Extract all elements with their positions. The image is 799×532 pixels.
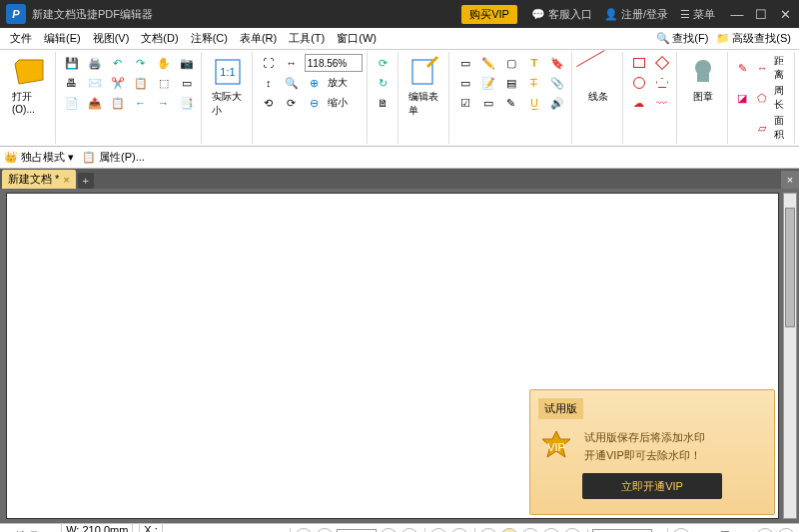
next-page-button[interactable]: ▷ — [380, 528, 398, 533]
stamp-button[interactable]: 图章 — [683, 54, 723, 106]
menu-document[interactable]: 文档(D) — [135, 29, 184, 48]
refresh-icon[interactable]: ⟳ — [374, 54, 394, 72]
facing-icon[interactable]: ▯▯ — [521, 528, 539, 533]
last-page-button[interactable]: ⇥ — [400, 528, 418, 533]
textfield-icon[interactable]: ▭ — [455, 54, 475, 72]
login-button[interactable]: 👤注册/登录 — [604, 7, 668, 22]
polygon-icon[interactable] — [652, 74, 672, 92]
open-button[interactable]: 打开(O)... — [8, 54, 51, 117]
checkbox-icon[interactable]: ☑ — [455, 94, 475, 112]
perim-icon[interactable]: ⬠ — [754, 89, 771, 107]
rect-icon[interactable] — [629, 54, 649, 72]
zoom-out-icon[interactable]: ⊖ — [305, 94, 325, 112]
exclusive-mode-button[interactable]: 👑独占模式▾ — [4, 150, 74, 165]
underline-icon[interactable]: U̲ — [524, 94, 544, 112]
cloud-icon[interactable]: ☁ — [629, 94, 649, 112]
ocr-icon[interactable]: 🗎 — [374, 94, 394, 112]
button-field-icon[interactable]: ▭ — [455, 74, 475, 92]
nav-fwd-button[interactable]: → — [450, 528, 468, 533]
fit-height-icon[interactable]: ↕ — [259, 74, 279, 92]
save-icon[interactable]: 💾 — [62, 54, 82, 72]
prev-page-button[interactable]: ◁ — [316, 528, 334, 533]
copy-icon[interactable]: 📋 — [131, 74, 151, 92]
attach-icon[interactable]: 📎 — [547, 74, 567, 92]
marquee-zoom-icon[interactable]: 🔍 — [282, 74, 302, 92]
fit-width-icon[interactable]: ↔ — [282, 54, 302, 72]
zoom-in-icon[interactable]: ⊕ — [305, 74, 325, 92]
main-menu-button[interactable]: ☰菜单 — [680, 7, 715, 22]
edit-form-button[interactable]: 编辑表单 — [404, 54, 444, 120]
maximize-button[interactable]: ☐ — [753, 7, 769, 22]
scan-icon[interactable]: 🖨️ — [85, 54, 105, 72]
rotate-left-icon[interactable]: ⟲ — [259, 94, 279, 112]
menu-edit[interactable]: 编辑(E) — [38, 29, 87, 48]
advanced-find-button[interactable]: 📁高级查找(S) — [712, 29, 795, 48]
minimize-button[interactable]: — — [729, 7, 745, 22]
upgrade-vip-button[interactable]: 立即开通VIP — [582, 473, 722, 499]
support-button[interactable]: 💬客服入口 — [531, 7, 592, 22]
pointer-icon[interactable]: ▭ — [177, 74, 197, 92]
text-edit-icon[interactable]: ✎ — [501, 94, 521, 112]
dist-icon[interactable]: ↔ — [754, 59, 771, 77]
single-page-icon[interactable]: ▯ — [479, 528, 497, 533]
vertical-scrollbar[interactable] — [783, 193, 797, 519]
sound-icon[interactable]: 🔊 — [547, 94, 567, 112]
freeform-icon[interactable]: 〰 — [652, 94, 672, 112]
text-box-icon[interactable]: ▢ — [501, 54, 521, 72]
pencil-icon[interactable]: ✎ — [734, 59, 751, 77]
area-icon[interactable]: ▱ — [754, 119, 771, 137]
rhombus-icon[interactable] — [652, 54, 672, 72]
tabs-close-all-button[interactable]: × — [781, 171, 799, 189]
menu-form[interactable]: 表单(R) — [234, 29, 283, 48]
reload-icon[interactable]: ↻ — [374, 74, 394, 92]
book-icon[interactable]: ▯▯ — [563, 528, 581, 533]
camera-icon[interactable]: 📷 — [177, 54, 197, 72]
buy-vip-button[interactable]: 购买VIP — [461, 5, 517, 24]
scrollbar-thumb[interactable] — [785, 208, 795, 327]
menu-comment[interactable]: 注释(C) — [185, 29, 234, 48]
rotate-right-icon[interactable]: ⟳ — [282, 94, 302, 112]
lines-button[interactable]: 线条 — [578, 54, 618, 106]
page-input[interactable] — [337, 529, 377, 533]
select-icon[interactable]: ⬚ — [154, 74, 174, 92]
properties-button[interactable]: 📋属性(P)... — [82, 150, 145, 165]
undo-icon[interactable]: ↶ — [108, 54, 128, 72]
back-icon[interactable]: ← — [131, 94, 151, 112]
text-t-icon[interactable]: T — [524, 54, 544, 72]
fit-page-icon[interactable]: ⛶ — [259, 54, 279, 72]
new-tab-button[interactable]: + — [78, 173, 94, 189]
stamp2-icon[interactable]: ▭ — [478, 94, 498, 112]
actual-size-button[interactable]: 1:1 实际大小 — [208, 54, 248, 120]
menu-view[interactable]: 视图(V) — [87, 29, 136, 48]
strikeout-icon[interactable]: T̶ — [524, 74, 544, 92]
circle-icon[interactable] — [629, 74, 649, 92]
continuous-facing-icon[interactable]: ⫼ — [542, 528, 560, 533]
menu-tools[interactable]: 工具(T) — [283, 29, 331, 48]
zoom-in-button[interactable]: + — [756, 528, 774, 533]
continuous-icon[interactable]: ▯ — [500, 528, 518, 533]
redo-icon[interactable]: ↷ — [131, 54, 151, 72]
hand-icon[interactable]: ✋ — [154, 54, 174, 72]
paste-icon[interactable]: 📋 — [108, 94, 128, 112]
zoom-input[interactable] — [305, 54, 363, 72]
cut-icon[interactable]: ✂️ — [108, 74, 128, 92]
forward-icon[interactable]: → — [154, 94, 174, 112]
zoom-out-button[interactable]: − — [672, 528, 690, 533]
callout-icon[interactable]: ▤ — [501, 74, 521, 92]
bookmark-icon[interactable]: 🔖 — [547, 54, 567, 72]
status-zoom-input[interactable] — [592, 529, 652, 533]
menu-window[interactable]: 窗口(W) — [331, 29, 383, 48]
tab-document-1[interactable]: 新建文档 *× — [2, 170, 76, 189]
export-icon[interactable]: 📤 — [85, 94, 105, 112]
note-icon[interactable]: 📝 — [478, 74, 498, 92]
fit-button[interactable]: ⛶ — [777, 528, 795, 533]
snapshot-icon[interactable]: 📑 — [177, 94, 197, 112]
print-icon[interactable]: 🖶 — [62, 74, 82, 92]
eraser-icon[interactable]: ◪ — [734, 89, 751, 107]
tab-close-icon[interactable]: × — [63, 174, 69, 186]
new-icon[interactable]: 📄 — [62, 94, 82, 112]
nav-back-button[interactable]: ← — [429, 528, 447, 533]
close-button[interactable]: ✕ — [777, 7, 793, 22]
highlight-icon[interactable]: ✏️ — [478, 54, 498, 72]
email-icon[interactable]: ✉️ — [85, 74, 105, 92]
